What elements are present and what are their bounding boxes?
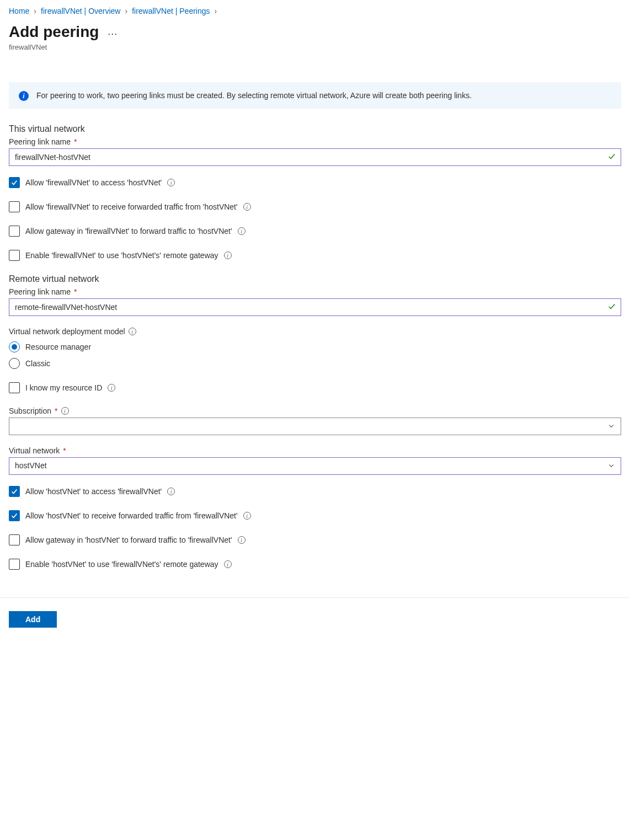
checkbox-label: Allow 'hostVNet' to access 'firewallVNet… (25, 487, 162, 496)
radio-classic[interactable] (9, 358, 20, 369)
info-tip-icon[interactable]: i (108, 384, 115, 392)
checkbox-gateway-fwd-remote[interactable] (9, 534, 20, 545)
page-title: Add peering (9, 23, 99, 41)
checkbox-allow-forwarded-remote[interactable] (9, 510, 20, 521)
checkbox-label: Enable 'firewallVNet' to use 'hostVNet's… (25, 251, 218, 260)
info-tip-icon[interactable]: i (61, 407, 69, 415)
checkbox-label: Allow 'hostVNet' to receive forwarded tr… (25, 511, 238, 520)
checkbox-gateway-fwd-this[interactable] (9, 226, 20, 237)
info-tip-icon[interactable]: i (243, 203, 251, 211)
page-subtitle: firewallVNet (9, 43, 621, 51)
subscription-select[interactable] (9, 418, 621, 435)
checkbox-allow-access-remote[interactable] (9, 486, 20, 497)
peering-link-name-input[interactable] (9, 148, 621, 166)
checkbox-label: Enable 'hostVNet' to use 'firewallVNet's… (25, 560, 218, 569)
subscription-label: Subscription (9, 406, 51, 415)
checkbox-label: Allow gateway in 'firewallVNet' to forwa… (25, 227, 232, 236)
breadcrumb-overview[interactable]: firewallVNet | Overview (41, 7, 120, 15)
chevron-right-icon: › (34, 7, 36, 15)
required-asterisk: * (55, 406, 57, 415)
info-tip-icon[interactable]: i (238, 227, 245, 235)
breadcrumb-home[interactable]: Home (9, 7, 29, 15)
info-tip-icon[interactable]: i (224, 252, 232, 259)
chevron-right-icon: › (215, 7, 217, 15)
more-icon[interactable]: ··· (108, 25, 118, 40)
checkbox-allow-forwarded-this[interactable] (9, 201, 20, 212)
radio-resource-manager[interactable] (9, 341, 20, 352)
remote-peering-link-name-label: Peering link name (9, 287, 71, 296)
required-asterisk: * (74, 287, 77, 296)
virtual-network-select[interactable]: hostVNet (9, 457, 621, 475)
info-tip-icon[interactable]: i (167, 488, 175, 495)
section-title-this-vnet: This virtual network (9, 124, 621, 134)
required-asterisk: * (63, 446, 66, 455)
valid-check-icon (608, 153, 616, 162)
breadcrumb: Home › firewallVNet | Overview › firewal… (9, 7, 621, 15)
chevron-right-icon: › (125, 7, 127, 15)
breadcrumb-peerings[interactable]: firewallVNet | Peerings (132, 7, 210, 15)
info-tip-icon[interactable]: i (167, 179, 175, 186)
radio-label: Resource manager (25, 343, 91, 351)
checkbox-remote-gw-this[interactable] (9, 250, 20, 261)
checkbox-label: Allow 'firewallVNet' to access 'hostVNet… (25, 178, 162, 187)
checkbox-know-resource-id[interactable] (9, 382, 20, 393)
add-button[interactable]: Add (9, 611, 57, 628)
checkbox-label: I know my resource ID (25, 383, 102, 392)
section-title-remote-vnet: Remote virtual network (9, 274, 621, 284)
info-tip-icon[interactable]: i (129, 328, 136, 335)
info-banner: i For peering to work, two peering links… (9, 82, 621, 109)
required-asterisk: * (74, 137, 77, 146)
checkbox-label: Allow 'firewallVNet' to receive forwarde… (25, 202, 238, 211)
info-text: For peering to work, two peering links m… (36, 90, 472, 101)
remote-peering-link-name-input[interactable] (9, 298, 621, 316)
info-icon: i (19, 91, 29, 101)
radio-label: Classic (25, 359, 50, 368)
virtual-network-label: Virtual network (9, 446, 60, 455)
info-tip-icon[interactable]: i (238, 536, 245, 544)
checkbox-allow-access-this[interactable] (9, 177, 20, 188)
peering-link-name-label: Peering link name (9, 137, 71, 146)
info-tip-icon[interactable]: i (243, 512, 251, 520)
info-tip-icon[interactable]: i (224, 560, 232, 568)
checkbox-label: Allow gateway in 'hostVNet' to forward t… (25, 536, 232, 544)
deployment-model-label: Virtual network deployment model (9, 327, 125, 336)
valid-check-icon (608, 303, 616, 312)
checkbox-remote-gw-remote[interactable] (9, 559, 20, 570)
